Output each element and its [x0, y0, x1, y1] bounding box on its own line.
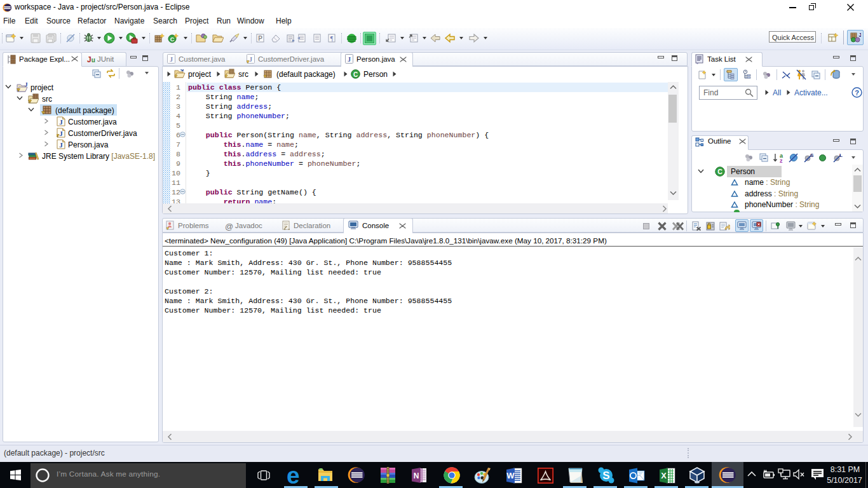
svg-text:¶: ¶: [330, 35, 334, 42]
svg-text:S: S: [602, 470, 609, 482]
svg-text:J: J: [858, 32, 861, 39]
svg-text:N: N: [414, 471, 419, 480]
svg-text:?: ?: [855, 89, 859, 97]
svg-text:J: J: [59, 130, 63, 137]
svg-text:J: J: [59, 141, 63, 149]
svg-text:C: C: [170, 36, 175, 43]
svg-text:J: J: [348, 56, 351, 63]
svg-text:X: X: [661, 471, 667, 480]
svg-text:J: J: [249, 56, 252, 63]
svg-text:L: L: [839, 152, 843, 158]
svg-text:C: C: [353, 71, 358, 78]
svg-text:S: S: [810, 152, 814, 158]
svg-text:P: P: [258, 35, 262, 42]
svg-text:J: J: [170, 56, 173, 63]
svg-text:z: z: [780, 158, 783, 163]
svg-text:J: J: [25, 82, 28, 88]
svg-text:W: W: [506, 471, 515, 480]
svg-text:J: J: [59, 118, 63, 126]
svg-text:C: C: [717, 168, 722, 175]
